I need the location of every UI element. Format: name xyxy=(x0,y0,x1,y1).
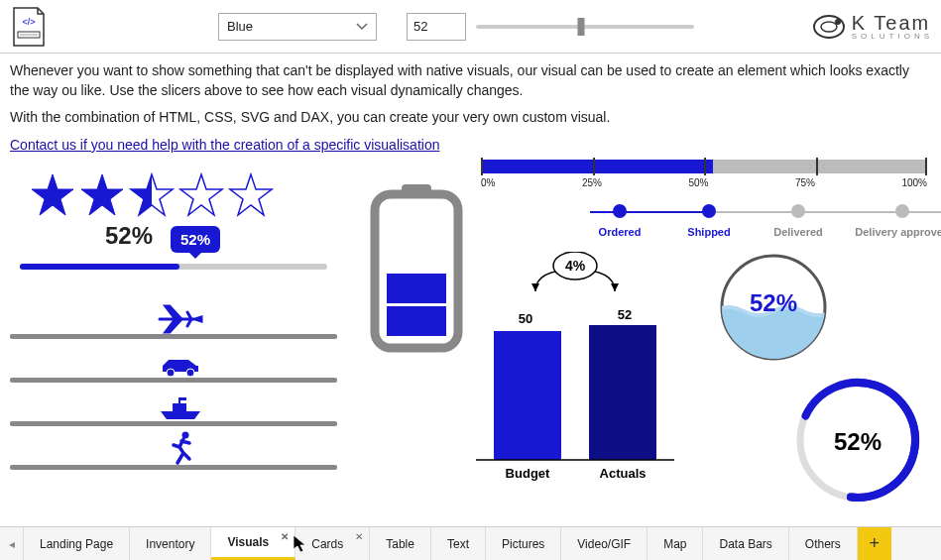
liquid-gauge: 52% xyxy=(714,248,833,370)
star-half-icon xyxy=(129,172,175,218)
slider-boat xyxy=(10,406,337,426)
value-input[interactable]: 52 xyxy=(407,13,466,41)
svg-rect-10 xyxy=(178,397,180,403)
plane-icon xyxy=(158,302,203,336)
svg-rect-15 xyxy=(387,306,446,336)
top-bar: </> Blue 52 K Team SOLUTIONS xyxy=(0,0,941,54)
value-input-text: 52 xyxy=(413,19,427,34)
icon-sliders xyxy=(10,319,337,470)
logo-icon xyxy=(812,10,846,44)
actuals-val: 52 xyxy=(618,307,632,322)
battery-visual xyxy=(367,184,466,356)
actuals-lbl: Actuals xyxy=(600,466,647,481)
logo-text-main: K Team xyxy=(852,13,933,33)
runner-icon xyxy=(166,431,195,467)
logo-text-sub: SOLUTIONS xyxy=(852,33,933,41)
star-icon xyxy=(30,172,75,218)
slider-plane xyxy=(10,319,337,339)
delta-label: 4% xyxy=(565,258,586,274)
car-icon xyxy=(159,354,202,380)
color-dropdown-value: Blue xyxy=(227,19,253,34)
page-tabs: ◂ Landing Page Inventory Visuals✕ Cards✕… xyxy=(0,526,941,560)
svg-rect-16 xyxy=(387,274,446,303)
intro-text: Whenever you want to show something that… xyxy=(0,54,941,163)
logo: K Team SOLUTIONS xyxy=(812,10,933,44)
top-slider[interactable] xyxy=(476,13,694,41)
tab-inventory[interactable]: Inventory xyxy=(130,527,211,560)
tab-table[interactable]: Table xyxy=(370,527,431,560)
svg-point-8 xyxy=(186,369,194,377)
radial-text: 52% xyxy=(834,428,882,455)
add-tab-button[interactable]: + xyxy=(858,527,891,560)
slider-thumb[interactable] xyxy=(577,18,584,36)
svg-point-3 xyxy=(814,16,844,38)
chevron-down-icon xyxy=(356,19,368,34)
contact-link[interactable]: Contact us if you need help with the cre… xyxy=(10,137,439,153)
step-approved: Delivery approved xyxy=(848,204,941,238)
svg-rect-18 xyxy=(494,331,561,460)
progress-bubble: 52% xyxy=(171,226,220,253)
svg-rect-9 xyxy=(173,403,186,411)
app-icon: </> xyxy=(8,6,50,48)
tab-visuals[interactable]: Visuals✕ xyxy=(211,527,295,560)
slider-runner xyxy=(10,450,337,470)
svg-text:</>: </> xyxy=(22,17,35,27)
gauge-text: 52% xyxy=(750,289,797,316)
budget-actuals-chart: 4% 50 52 Budget Actuals xyxy=(466,252,684,488)
tab-pictures[interactable]: Pictures xyxy=(486,527,561,560)
step-shipped: Shipped xyxy=(669,204,749,238)
star-empty-icon xyxy=(178,172,224,218)
close-icon[interactable]: ✕ xyxy=(355,531,363,542)
star-empty-icon xyxy=(228,172,274,218)
budget-lbl: Budget xyxy=(506,466,550,481)
percent-label: 52% xyxy=(105,222,337,250)
tab-scroll-left[interactable]: ◂ xyxy=(0,527,24,560)
tab-landing[interactable]: Landing Page xyxy=(24,527,130,560)
progress-bubble-slider: 52% xyxy=(20,264,327,270)
slider-car xyxy=(10,363,337,383)
percent-scale-bar: 0% 25% 50% 75% 100% xyxy=(481,160,927,188)
tab-video[interactable]: Video/GIF xyxy=(561,527,647,560)
star-icon xyxy=(79,172,125,218)
svg-point-5 xyxy=(821,22,837,32)
tab-databars[interactable]: Data Bars xyxy=(703,527,788,560)
step-ordered: Ordered xyxy=(580,204,659,238)
svg-rect-19 xyxy=(589,325,656,460)
tab-others[interactable]: Others xyxy=(789,527,858,560)
step-delivered: Delivered xyxy=(759,204,838,238)
tab-cards[interactable]: Cards✕ xyxy=(295,527,370,560)
radial-gauge: 52% xyxy=(788,371,927,512)
delivery-steps: Ordered Shipped Delivered Delivery appro… xyxy=(580,204,941,238)
tab-map[interactable]: Map xyxy=(647,527,703,560)
star-rating: 52% 52% xyxy=(30,172,337,270)
budget-val: 50 xyxy=(519,311,532,326)
close-icon[interactable]: ✕ xyxy=(281,531,289,542)
boat-icon xyxy=(159,397,202,423)
color-dropdown[interactable]: Blue xyxy=(218,13,377,41)
svg-rect-11 xyxy=(180,397,186,400)
tab-text[interactable]: Text xyxy=(431,527,486,560)
svg-point-7 xyxy=(167,369,175,377)
